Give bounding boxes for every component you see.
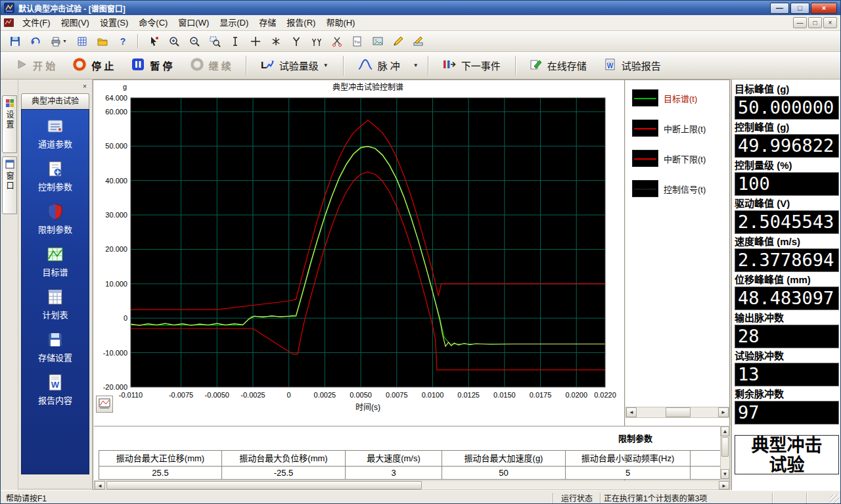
table-cell: 25.5 (99, 467, 222, 479)
start-button[interactable]: 开 始 (7, 55, 63, 76)
axis-scale-button[interactable] (96, 396, 113, 413)
child-close-button[interactable]: × (823, 17, 837, 28)
design-pencil-button[interactable] (409, 33, 427, 50)
stat-velocity-peak: 速度峰值 (m/s) 2.3778694 (735, 235, 839, 272)
sidebar-item-limit-params[interactable]: 限制参数 (22, 202, 89, 244)
next-event-label: 下一事件 (461, 58, 501, 72)
column-header: 振动台最大加速度(g) (442, 451, 566, 466)
sidebar-header-tab[interactable]: 典型冲击试验 (21, 93, 89, 109)
sidebar-item-schedule[interactable]: 计划表 (22, 287, 89, 330)
menu-storage[interactable]: 存储 (254, 15, 281, 30)
sidebar-item-report-content[interactable]: W 报告内容 (22, 373, 89, 415)
test-level-button[interactable]: L 试验量级 ▼ (252, 55, 336, 76)
zoom-in-button[interactable] (165, 33, 183, 50)
text-note-button[interactable]: Txt (348, 33, 366, 50)
stop-icon (72, 57, 87, 74)
limits-panel: 限制参数 振动台最大正位移(mm) 振动台最大负位移(mm) 最大速度(m/s)… (94, 426, 720, 480)
svg-text:0: 0 (124, 314, 127, 322)
sidebar-items: 通道参数 控制参数 限制参数 目标谱 计划表 存储设置 (21, 109, 89, 474)
undo-button[interactable] (26, 33, 44, 50)
minimize-button[interactable]: — (770, 3, 789, 14)
probe-button[interactable] (287, 33, 305, 50)
menu-file[interactable]: 文件(F) (17, 15, 56, 30)
pause-button[interactable]: 暂 停 (123, 54, 180, 77)
scrollbar-thumb[interactable] (106, 481, 422, 490)
menu-view[interactable]: 视图(V) (56, 15, 95, 30)
print-button[interactable]: ▼ (47, 33, 70, 50)
menu-command[interactable]: 命令(C) (133, 15, 173, 30)
continue-label: 继 续 (209, 58, 231, 72)
menu-settings[interactable]: 设置(S) (95, 15, 133, 30)
stat-value: 28 (735, 325, 839, 348)
legend-horizontal-scrollbar[interactable]: ◄ ► (625, 407, 729, 418)
close-button[interactable]: × (811, 3, 837, 14)
limits-vertical-scrollbar[interactable]: ▲ ▼ (720, 426, 730, 480)
sidebar-item-target-spectrum[interactable]: 目标谱 (22, 244, 89, 287)
scroll-down-icon[interactable]: ▼ (721, 469, 729, 479)
table-cell: -25.5 (222, 467, 346, 479)
stat-drive-peak: 驱动峰值 (V) 2.5045543 (735, 197, 839, 234)
scrollbar-thumb[interactable] (666, 407, 691, 417)
help-button[interactable]: ? (114, 33, 131, 50)
pause-label: 暂 停 (150, 58, 172, 72)
scroll-right-icon[interactable]: ► (718, 407, 729, 417)
svg-text:W: W (607, 62, 614, 70)
pulse-dropdown-button[interactable]: ▼ (409, 58, 422, 72)
scroll-left-icon[interactable]: ◄ (95, 481, 105, 490)
scroll-right-icon[interactable]: ► (719, 481, 729, 490)
run-state-label: 运行状态 (557, 492, 597, 503)
menu-report[interactable]: 报告(R) (281, 15, 321, 30)
crosshair-button[interactable] (246, 33, 264, 50)
table-row[interactable]: 25.5 -25.5 3 50 5 (99, 467, 720, 480)
sidebar-item-storage-settings[interactable]: 存储设置 (22, 330, 89, 373)
tab-settings[interactable]: 设置 (2, 95, 17, 153)
next-event-button[interactable]: 下一事件 (434, 55, 509, 76)
chevron-down-icon: ▼ (323, 62, 329, 68)
stat-label: 试验脉冲数 (735, 350, 839, 363)
tab-window[interactable]: 窗口 (2, 156, 17, 214)
scrollbar-thumb[interactable] (721, 437, 729, 457)
scroll-up-icon[interactable]: ▲ (721, 426, 729, 436)
test-report-button[interactable]: W 试验报告 (596, 55, 669, 76)
column-header: 振动台最大正位移(mm) (99, 451, 222, 466)
continue-button[interactable]: 继 续 (182, 54, 239, 77)
scroll-left-icon[interactable]: ◄ (626, 407, 637, 417)
pulse-button[interactable]: 脉 冲 (350, 55, 408, 76)
image-button[interactable] (369, 33, 386, 50)
settings-tab-icon (5, 99, 14, 108)
child-minimize-button[interactable]: — (793, 17, 807, 28)
legend-item-control-signal[interactable]: 控制信号(t) (632, 180, 727, 197)
stat-test-pulses: 试验脉冲数 13 (735, 350, 839, 386)
select-cursor-button[interactable] (145, 33, 162, 50)
ibeam-cursor-button[interactable] (226, 33, 244, 50)
limits-horizontal-scrollbar[interactable]: ◄ ► (94, 480, 730, 490)
mdi-window-buttons: — □ × (793, 17, 837, 28)
open-folder-button[interactable] (93, 33, 111, 50)
sidebar-item-control-params[interactable]: 控制参数 (22, 159, 89, 202)
child-restore-button[interactable]: □ (808, 17, 822, 28)
legend-item-target[interactable]: 目标谱(t) (632, 89, 727, 106)
maximize-button[interactable]: □ (790, 3, 809, 14)
run-state-detail: 正在执行第1个计划表的第3项 (604, 492, 769, 503)
menu-window[interactable]: 窗口(W) (173, 15, 214, 30)
legend-item-upper-abort[interactable]: 中断上限(t) (632, 120, 727, 137)
sidebar-item-channel-params[interactable]: 通道参数 (22, 116, 89, 159)
edit-pencil-button[interactable] (389, 33, 407, 50)
grid-view-button[interactable] (73, 33, 91, 50)
document-menu-icon[interactable] (3, 17, 14, 28)
sidebar-close-icon[interactable]: × (80, 81, 89, 91)
stop-button[interactable]: 停 止 (64, 54, 122, 77)
save-button[interactable] (6, 33, 24, 50)
zoom-out-button[interactable] (185, 33, 203, 50)
menu-help[interactable]: 帮助(H) (321, 15, 360, 30)
legend-item-lower-abort[interactable]: 中断下限(t) (632, 150, 727, 167)
zoom-area-button[interactable] (206, 33, 223, 50)
test-level-label: 试验量级 (279, 58, 319, 72)
probe-double-button[interactable] (307, 33, 325, 50)
svg-text:0.0025: 0.0025 (314, 391, 336, 399)
resize-grip[interactable] (830, 495, 839, 504)
star-marker-button[interactable] (267, 33, 284, 50)
scissors-button[interactable] (328, 33, 346, 50)
online-storage-button[interactable]: 在线存储 (522, 55, 595, 76)
menu-display[interactable]: 显示(D) (214, 15, 254, 30)
